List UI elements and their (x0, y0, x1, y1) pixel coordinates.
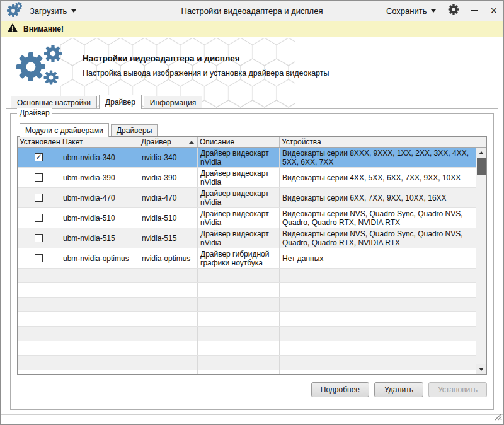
installed-cell (18, 356, 60, 370)
installed-cell (18, 370, 60, 374)
page-subtitle: Настройка вывода изображения и установка… (83, 69, 329, 78)
table-row[interactable]: ubm-nvidia-470 nvidia-470 Драйвер видеок… (18, 188, 476, 208)
column-header-driver[interactable]: Драйвер (139, 137, 198, 147)
description-cell (198, 370, 280, 374)
scroll-up-button[interactable] (476, 148, 486, 158)
devices-cell (280, 341, 476, 355)
table-row (18, 283, 476, 298)
description-cell (198, 269, 280, 282)
installed-cell (18, 312, 60, 326)
package-cell (60, 327, 139, 341)
close-button[interactable]: × (490, 6, 497, 16)
details-button[interactable]: Подробнее (311, 382, 369, 397)
driver-cell (139, 298, 198, 311)
installed-cell: ✓ (18, 148, 60, 167)
column-header-description[interactable]: Описание (198, 137, 280, 147)
installed-cell (18, 341, 60, 355)
package-cell: ubm-nvidia-390 (60, 168, 139, 187)
installed-checkbox[interactable] (35, 173, 43, 182)
package-cell: ubm-nvidia-optimus (60, 248, 139, 268)
scrollbar-track[interactable] (476, 158, 486, 364)
description-cell (198, 312, 280, 326)
devices-cell (280, 327, 476, 341)
driver-cell: nvidia-510 (139, 208, 198, 228)
table-row (18, 312, 476, 327)
app-window: Загрузить Настройки видеоадаптера и дисп… (0, 0, 504, 425)
load-dropdown-button[interactable]: Загрузить (30, 6, 76, 16)
devices-cell: Видеокарты серии NVS, Quadro Sync, Quadr… (280, 228, 476, 248)
tab-information[interactable]: Информация (144, 96, 202, 108)
table-row[interactable]: ubm-nvidia-390 nvidia-390 Драйвер видеок… (18, 168, 476, 188)
description-cell (198, 283, 280, 297)
tab-driver[interactable]: Драйвер (99, 95, 142, 109)
driver-cell (139, 341, 198, 355)
description-cell: Драйвер видеокарт nVidia (198, 228, 280, 248)
sort-ascending-icon (189, 141, 194, 144)
save-dropdown-button[interactable]: Сохранить (386, 6, 437, 16)
installed-cell (18, 168, 60, 187)
column-header-package[interactable]: Пакет (60, 137, 139, 147)
package-cell (60, 269, 139, 282)
devices-cell: Видеокарты серии 8XXX, 9XXX, 1XX, 2XX, 3… (280, 148, 476, 167)
devices-cell (280, 298, 476, 311)
table-row (18, 298, 476, 312)
description-cell (198, 298, 280, 311)
table-row[interactable]: ✓ ubm-nvidia-340 nvidia-340 Драйвер виде… (18, 148, 476, 168)
table-row (18, 327, 476, 341)
chevron-down-icon (71, 9, 76, 13)
devices-cell (280, 312, 476, 326)
table-row[interactable]: ubm-nvidia-515 nvidia-515 Драйвер видеок… (18, 228, 476, 248)
description-cell (198, 356, 280, 370)
installed-checkbox[interactable] (35, 214, 43, 222)
settings-gear-icon[interactable] (448, 4, 459, 18)
installed-cell (18, 269, 60, 282)
delete-button[interactable]: Удалить (374, 382, 423, 397)
installed-checkbox[interactable]: ✓ (35, 153, 43, 161)
driver-cell (139, 312, 198, 326)
devices-cell: Видеокарты серии 6XX, 7XX, 9XX, 10XX, 16… (280, 188, 476, 207)
warning-text: Внимание! (23, 25, 64, 33)
package-cell: ubm-nvidia-510 (60, 208, 139, 228)
install-button[interactable]: Установить (428, 382, 487, 397)
driver-cell (139, 269, 198, 282)
description-cell: Драйвер видеокарт nVidia (198, 188, 280, 207)
table-row (18, 269, 476, 283)
description-cell: Драйвер гибридной графики ноутбука (198, 248, 280, 268)
installed-cell (18, 228, 60, 248)
scroll-up-arrow-icon (479, 151, 484, 154)
installed-cell (18, 298, 60, 311)
driver-cell: nvidia-390 (139, 168, 198, 187)
installed-checkbox[interactable] (35, 194, 43, 202)
tab-driver-modules[interactable]: Модули с драйверами (20, 123, 109, 137)
main-tab-bar: Основные настройки Драйвер Информация (1, 94, 503, 108)
package-cell: ubm-nvidia-340 (60, 148, 139, 167)
installed-cell (18, 283, 60, 297)
description-cell (198, 327, 280, 341)
scroll-down-button[interactable] (476, 364, 486, 374)
table-row[interactable]: ubm-nvidia-optimus nvidia-optimus Драйве… (18, 248, 476, 269)
scrollbar-thumb[interactable] (477, 158, 486, 175)
devices-cell: Видеокарты серии 4XX, 5XX, 6XX, 7XX, 9XX… (280, 168, 476, 187)
status-bar (1, 414, 503, 424)
driver-cell: nvidia-optimus (139, 248, 198, 268)
installed-cell (18, 248, 60, 268)
driver-groupbox: Драйвер Модули с драйверами Драйверы Уст… (10, 113, 494, 410)
installed-checkbox[interactable] (35, 234, 43, 242)
column-header-devices[interactable]: Устройства (280, 137, 486, 147)
tab-main-settings[interactable]: Основные настройки (11, 96, 97, 108)
app-gears-icon (7, 2, 22, 20)
driver-cell: nvidia-470 (139, 188, 198, 207)
driver-cell: nvidia-515 (139, 228, 198, 248)
chevron-down-icon (431, 9, 436, 13)
warning-triangle-icon (7, 23, 18, 35)
vertical-scrollbar[interactable] (476, 148, 486, 374)
column-header-installed[interactable]: Установлен (18, 137, 60, 147)
table-row[interactable]: ubm-nvidia-510 nvidia-510 Драйвер видеок… (18, 208, 476, 228)
devices-cell: Нет данных (280, 248, 476, 268)
installed-checkbox[interactable] (35, 254, 43, 262)
minimize-button[interactable] (471, 10, 478, 11)
column-header-driver-label: Драйвер (141, 137, 171, 146)
footer-button-row: Подробнее Удалить Установить (17, 382, 487, 397)
gears-icon (11, 41, 66, 90)
tab-drivers[interactable]: Драйверы (111, 124, 158, 136)
